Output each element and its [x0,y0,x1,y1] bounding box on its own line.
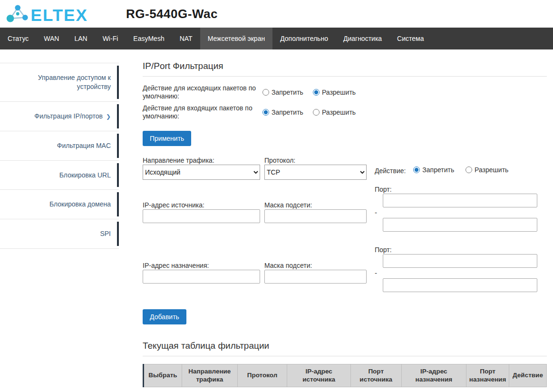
filter-table-header-row: Выбрать Направление трафика Протокол IP-… [144,364,547,387]
direction-select[interactable]: Исходящий [143,165,260,180]
rule-row-destination: IP-адрес назначения: Маска подсети: Порт… [143,246,547,292]
nav-item-diagnostics[interactable]: Диагностика [336,28,389,49]
outgoing-default-row: Действие для исходящих пакетов по умолча… [143,84,547,100]
col-header-protocol: Протокол [237,364,287,387]
sidebar-item-label: Фильтрация IP/портов [34,112,103,120]
rule-row-direction: Направление трафика: Исходящий Протокол:… [143,157,547,180]
action-group: Действие: Запретить Разрешить [375,157,547,175]
nav-item-status[interactable]: Статус [0,28,36,49]
eltex-logo: eltex [4,3,97,24]
src-port-range-separator: - [375,208,547,217]
dst-port-range-separator: - [375,269,547,277]
nav-item-wan[interactable]: WAN [36,28,67,49]
col-header-dst-port: Порт назначения [466,364,509,387]
action-deny-radio[interactable] [413,167,420,173]
outgoing-allow-option[interactable]: Разрешить [313,88,356,96]
section-title-ip-port-filter: IP/Port Фильтрация [143,61,547,77]
add-rule-form: Направление трафика: Исходящий Протокол:… [143,157,547,324]
action-deny-option[interactable]: Запретить [413,166,454,174]
dst-ip-label: IP-адрес назначения: [143,262,260,269]
content-layout: Управление доступом к устройству Фильтра… [0,49,553,392]
direction-label: Направление трафика: [143,157,260,164]
src-port-group: Порт: - [375,186,547,232]
src-mask-input[interactable] [264,209,367,223]
col-header-direction: Направление трафика [182,364,237,387]
src-mask-label: Маска подсети: [264,201,367,209]
dst-ip-input[interactable] [143,270,260,284]
eltex-logo-svg: eltex [4,3,97,24]
chevron-right-icon: ❯ [106,113,111,120]
dst-mask-input[interactable] [264,270,367,284]
src-ip-input[interactable] [143,209,260,223]
sidebar: Управление доступом к устройству Фильтра… [0,49,119,249]
outgoing-deny-option[interactable]: Запретить [262,88,303,96]
table-actions: Удалить выбранное Удалить все [143,387,547,392]
sidebar-item-access-control[interactable]: Управление доступом к устройству [0,63,119,102]
action-allow-option[interactable]: Разрешить [466,166,508,174]
sidebar-item-url-block[interactable]: Блокировка URL [0,161,119,190]
nav-item-advanced[interactable]: Дополнительно [272,28,336,49]
network-icon [7,5,28,22]
action-label: Действие: [375,167,406,175]
outgoing-deny-radio[interactable] [262,89,269,96]
outgoing-deny-label: Запретить [272,88,303,96]
src-ip-label: IP-адрес источника: [143,201,260,209]
incoming-deny-option[interactable]: Запретить [262,108,303,116]
outgoing-default-label: Действие для исходящих пакетов по умолча… [143,84,262,100]
rule-row-source: IP-адрес источника: Маска подсети: Порт:… [143,186,547,232]
main-nav: Статус WAN LAN Wi-Fi EasyMesh NAT Межсет… [0,28,553,49]
filter-table: Выбрать Направление трафика Протокол IP-… [143,364,547,387]
dst-mask-label: Маска подсети: [264,262,367,269]
sidebar-item-label: SPI [100,230,111,237]
incoming-deny-label: Запретить [272,108,303,116]
device-model-title: RG-5440G-Wac [126,7,218,21]
nav-item-wifi[interactable]: Wi-Fi [95,28,126,49]
incoming-allow-option[interactable]: Разрешить [313,108,356,116]
col-header-dst-ip: IP-адрес назначения [401,364,466,387]
logo-text: eltex [31,6,88,24]
col-header-action: Действие [509,364,547,387]
incoming-default-label: Действие для входящих пакетов по умолчан… [143,104,262,120]
sidebar-item-ip-port-filter[interactable]: Фильтрация IP/портов❯ [0,102,119,131]
protocol-label: Протокол: [264,157,367,164]
col-header-select: Выбрать [144,364,182,387]
src-port-to-input[interactable] [383,218,537,232]
apply-button[interactable]: Применить [143,131,191,146]
dst-port-label: Порт: [375,246,547,254]
action-allow-label: Разрешить [475,166,508,174]
incoming-deny-radio[interactable] [262,109,269,116]
nav-item-easymesh[interactable]: EasyMesh [126,28,172,49]
sidebar-item-label: Фильтрация MAC [57,142,111,149]
outgoing-allow-label: Разрешить [322,88,356,96]
sidebar-item-spi[interactable]: SPI [0,219,119,249]
dst-port-to-input[interactable] [383,278,537,292]
action-deny-label: Запретить [422,166,454,174]
main-content: IP/Port Фильтрация Действие для исходящи… [119,49,553,392]
protocol-select[interactable]: TCP [264,165,367,180]
header: eltex RG-5440G-Wac [0,0,553,28]
nav-item-lan[interactable]: LAN [67,28,95,49]
action-allow-radio[interactable] [466,167,472,173]
sidebar-item-label: Блокировка URL [59,171,111,179]
incoming-allow-label: Разрешить [322,108,356,116]
dst-port-from-input[interactable] [383,254,537,268]
col-header-src-ip: IP-адрес источника [287,364,350,387]
outgoing-allow-radio[interactable] [313,89,320,96]
src-port-from-input[interactable] [383,194,537,207]
dst-port-group: Порт: - [375,246,547,292]
nav-item-firewall[interactable]: Межсетевой экран [200,28,273,49]
add-button[interactable]: Добавить [143,309,186,324]
col-header-src-port: Порт источника [350,364,401,387]
sidebar-item-mac-filter[interactable]: Фильтрация MAC [0,131,119,161]
incoming-default-row: Действие для входящих пакетов по умолчан… [143,104,547,120]
sidebar-item-label: Управление доступом к устройству [38,74,111,90]
sidebar-item-label: Блокировка домена [49,200,111,208]
sidebar-item-domain-block[interactable]: Блокировка домена [0,190,119,219]
nav-item-nat[interactable]: NAT [172,28,200,49]
src-port-label: Порт: [375,186,547,193]
section-title-filter-table: Текущая таблица фильтрации [143,341,547,356]
incoming-allow-radio[interactable] [313,109,320,116]
nav-item-system[interactable]: Система [389,28,431,49]
